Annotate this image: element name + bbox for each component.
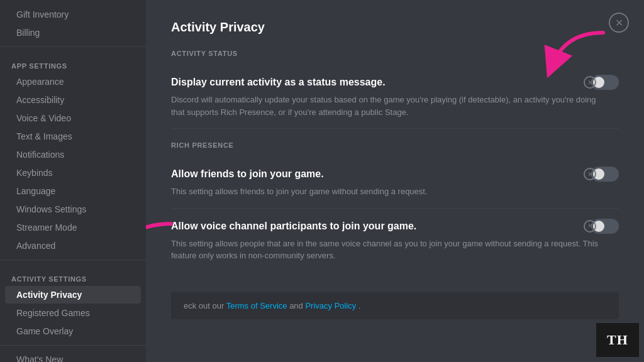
watermark: TH bbox=[596, 323, 639, 357]
footer-tos-link[interactable]: Terms of Service bbox=[226, 301, 287, 310]
sidebar-item-registered-games[interactable]: Registered Games bbox=[5, 304, 141, 322]
sidebar-item-advanced[interactable]: Advanced bbox=[5, 237, 141, 255]
footer-text-and: and bbox=[289, 301, 305, 310]
sidebar-item-appearance[interactable]: Appearance bbox=[5, 73, 141, 90]
setting-header-display-activity: Display current activity as a status mes… bbox=[171, 75, 619, 90]
close-button[interactable]: ✕ bbox=[609, 13, 629, 33]
setting-row-allow-voice-join: Allow voice channel participants to join… bbox=[171, 209, 619, 272]
footer-notice: eck out our Terms of Service and Privacy… bbox=[171, 292, 619, 319]
sidebar-item-activity-privacy[interactable]: Activity Privacy bbox=[5, 286, 141, 304]
toggle-display-activity[interactable]: ✕ bbox=[584, 75, 619, 90]
sidebar-item-windows-settings[interactable]: Windows Settings bbox=[5, 200, 141, 218]
sidebar-item-streamer-mode[interactable]: Streamer Mode bbox=[5, 219, 141, 236]
sidebar: Gift Inventory Billing APP SETTINGS Appe… bbox=[0, 0, 146, 362]
footer-text-prefix: eck out our bbox=[184, 301, 226, 310]
sidebar-section-app-settings: APP SETTINGS bbox=[0, 52, 146, 72]
page-title: Activity Privacy bbox=[171, 20, 619, 35]
sidebar-item-text-images[interactable]: Text & Images bbox=[5, 128, 141, 145]
sidebar-divider-3 bbox=[0, 345, 146, 346]
setting-title-display-activity: Display current activity as a status mes… bbox=[171, 77, 386, 88]
sidebar-item-keybinds[interactable]: Keybinds bbox=[5, 164, 141, 182]
setting-title-allow-friends-join: Allow friends to join your game. bbox=[171, 168, 324, 180]
footer-privacy-link[interactable]: Privacy Policy bbox=[305, 301, 356, 310]
setting-row-allow-friends-join: Allow friends to join your game. ✕ This … bbox=[171, 156, 619, 209]
sidebar-item-notifications[interactable]: Notifications bbox=[5, 146, 141, 163]
toggle-x-friends-join[interactable]: ✕ bbox=[584, 168, 596, 180]
sidebar-item-game-overlay[interactable]: Game Overlay bbox=[5, 322, 141, 340]
setting-desc-allow-friends-join: This setting allows friends to join your… bbox=[171, 185, 599, 198]
setting-row-display-activity: Display current activity as a status mes… bbox=[171, 65, 619, 129]
setting-header-allow-voice-join: Allow voice channel participants to join… bbox=[171, 219, 619, 234]
sidebar-divider-1 bbox=[0, 47, 146, 47]
sidebar-item-language[interactable]: Language bbox=[5, 182, 141, 200]
section-label-rich-presence: RICH PRESENCE bbox=[171, 141, 619, 149]
sidebar-item-billing[interactable]: Billing bbox=[5, 24, 141, 41]
section-label-activity-status: ACTIVITY STATUS bbox=[171, 50, 619, 57]
toggle-x-voice-join[interactable]: ✕ bbox=[584, 220, 596, 233]
setting-desc-display-activity: Discord will automatically update your s… bbox=[171, 94, 599, 118]
footer-text-end: . bbox=[358, 301, 361, 310]
sidebar-item-accessibility[interactable]: Accessibility bbox=[5, 91, 141, 109]
main-content: ✕ Activity Privacy ACTIVITY STATUS Displ… bbox=[146, 0, 644, 362]
sidebar-divider-2 bbox=[0, 260, 146, 260]
setting-header-allow-friends-join: Allow friends to join your game. ✕ bbox=[171, 167, 619, 182]
toggle-allow-voice-join[interactable]: ✕ bbox=[584, 219, 619, 234]
toggle-allow-friends-join[interactable]: ✕ bbox=[584, 167, 619, 182]
sidebar-section-activity-settings: ACTIVITY SETTINGS bbox=[0, 265, 146, 285]
sidebar-item-gift-inventory[interactable]: Gift Inventory bbox=[5, 6, 141, 23]
setting-desc-allow-voice-join: This setting allows people that are in t… bbox=[171, 238, 599, 262]
sidebar-item-voice-video[interactable]: Voice & Video bbox=[5, 109, 141, 127]
toggle-x-display-activity[interactable]: ✕ bbox=[584, 76, 596, 89]
sidebar-item-whats-new[interactable]: What's New bbox=[5, 351, 141, 362]
setting-title-allow-voice-join: Allow voice channel participants to join… bbox=[171, 221, 416, 232]
